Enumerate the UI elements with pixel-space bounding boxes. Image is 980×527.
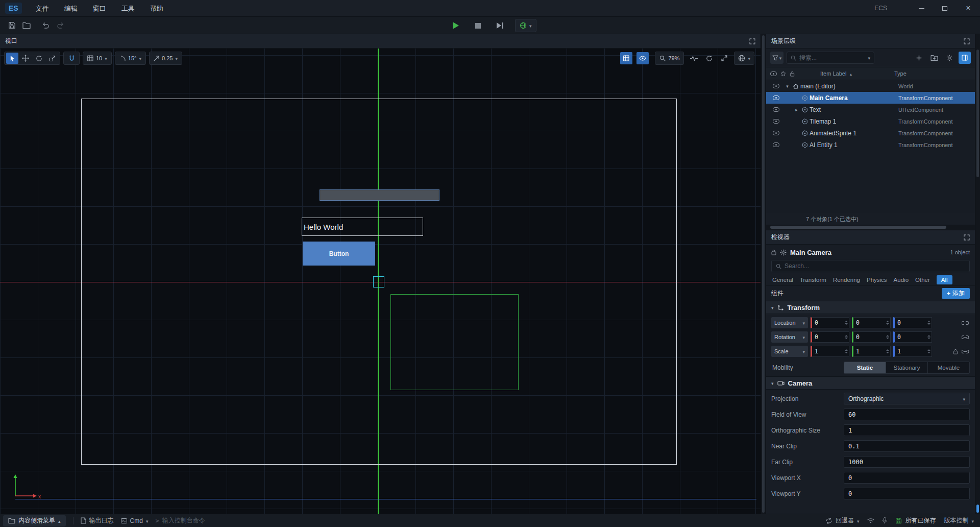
- spinner-icon[interactable]: [927, 346, 930, 356]
- column-item-label[interactable]: Item Label: [801, 70, 894, 77]
- hierarchy-search-input[interactable]: 搜索...: [787, 52, 874, 64]
- zoom-control[interactable]: 79%: [655, 52, 684, 65]
- add-folder-button[interactable]: [928, 52, 940, 64]
- spinner-icon[interactable]: [886, 332, 889, 342]
- viewport-world-dropdown[interactable]: [734, 52, 754, 65]
- inspector-tab-all[interactable]: All: [937, 275, 952, 284]
- spinner-icon[interactable]: [886, 346, 889, 356]
- world-select-dropdown[interactable]: [515, 19, 536, 32]
- menu-item-编辑[interactable]: 编辑: [57, 0, 85, 17]
- cmd-dropdown[interactable]: Cmd: [121, 517, 149, 524]
- grid-toggle-button[interactable]: [620, 52, 632, 64]
- visibility-toggle-button[interactable]: [636, 52, 649, 64]
- menu-item-帮助[interactable]: 帮助: [142, 0, 171, 17]
- hierarchy-hscrollbar[interactable]: [766, 225, 975, 230]
- field-input[interactable]: 0: [844, 488, 970, 499]
- vector-field-y[interactable]: 0: [852, 331, 891, 343]
- inspector-tab-physics[interactable]: Physics: [867, 277, 887, 283]
- visibility-eye-icon[interactable]: [766, 107, 783, 112]
- vector-field-x[interactable]: 0: [811, 317, 849, 328]
- output-log-button[interactable]: 输出日志: [81, 516, 114, 525]
- undo-button[interactable]: [39, 19, 52, 32]
- lock-icon[interactable]: [953, 349, 958, 354]
- add-entity-button[interactable]: [913, 52, 925, 64]
- vector-field-z[interactable]: 1: [893, 346, 932, 357]
- mobility-stationary[interactable]: Stationary: [886, 362, 928, 373]
- right-scrollbar[interactable]: [975, 34, 980, 514]
- content-drawer-button[interactable]: 内容侧滑菜单: [3, 515, 66, 526]
- redo-button[interactable]: [54, 19, 67, 32]
- field-select[interactable]: Orthographic: [844, 393, 970, 404]
- open-folder-button[interactable]: [20, 19, 33, 32]
- select-tool-button[interactable]: [6, 53, 18, 64]
- spinner-icon[interactable]: [927, 332, 930, 342]
- scale-snap-dropdown[interactable]: 0.25: [149, 52, 182, 65]
- inspector-tab-other[interactable]: Other: [915, 277, 930, 283]
- field-input[interactable]: 1: [844, 424, 970, 436]
- hierarchy-row[interactable]: ▸ Text UITextComponent: [766, 104, 975, 115]
- hierarchy-row[interactable]: AI Entity 1 TransformComponent: [766, 139, 975, 151]
- spinner-icon[interactable]: [845, 332, 848, 342]
- hierarchy-expand-button[interactable]: [964, 38, 970, 44]
- inspector-expand-button[interactable]: [964, 234, 970, 241]
- inspector-tab-general[interactable]: General: [772, 277, 793, 283]
- stop-button[interactable]: [471, 19, 484, 32]
- menu-item-文件[interactable]: 文件: [28, 0, 57, 17]
- field-input[interactable]: 60: [844, 409, 970, 420]
- scene-text-widget[interactable]: Hello World: [302, 218, 423, 236]
- mobility-movable[interactable]: Movable: [928, 362, 969, 373]
- snap-toggle-button[interactable]: [63, 52, 80, 65]
- save-button[interactable]: [5, 19, 18, 32]
- close-button[interactable]: [957, 0, 980, 17]
- expander-icon[interactable]: ▸: [793, 107, 800, 112]
- visibility-eye-icon[interactable]: [766, 131, 783, 135]
- step-button[interactable]: [493, 19, 506, 32]
- lock-icon[interactable]: [771, 249, 776, 255]
- scene-slider-widget[interactable]: [320, 189, 439, 201]
- hierarchy-row[interactable]: ▾ main (Editor) World: [766, 80, 975, 92]
- play-button[interactable]: [449, 19, 462, 32]
- spinner-icon[interactable]: [886, 318, 889, 328]
- rollback-dropdown[interactable]: 回退器: [825, 516, 860, 525]
- origin-marker[interactable]: [373, 276, 384, 288]
- link-icon[interactable]: [962, 335, 969, 340]
- column-type[interactable]: Type: [894, 70, 971, 77]
- minimize-button[interactable]: [910, 0, 933, 17]
- scale-tool-button[interactable]: [46, 53, 58, 64]
- spinner-icon[interactable]: [845, 346, 848, 356]
- vector-label-dropdown[interactable]: Scale: [771, 346, 808, 357]
- scene-canvas[interactable]: Hello World Button x: [0, 49, 761, 514]
- vector-field-x[interactable]: 0: [811, 331, 849, 343]
- field-input[interactable]: 1000: [844, 456, 970, 468]
- version-control-dropdown[interactable]: 版本控制: [944, 516, 974, 525]
- visibility-eye-icon[interactable]: [766, 119, 783, 124]
- mobility-static[interactable]: Static: [844, 362, 886, 373]
- inspector-tab-rendering[interactable]: Rendering: [833, 277, 860, 283]
- maximize-button[interactable]: [933, 0, 957, 17]
- vector-field-y[interactable]: 1: [852, 346, 891, 357]
- fullscreen-button[interactable]: [719, 53, 730, 64]
- angle-snap-dropdown[interactable]: 15°: [115, 52, 146, 65]
- viewport-expand-button[interactable]: [749, 38, 755, 44]
- vector-field-x[interactable]: 1: [811, 346, 849, 357]
- rotate-tool-button[interactable]: [33, 53, 45, 64]
- grid-snap-dropdown[interactable]: 10: [83, 52, 112, 65]
- visibility-eye-icon[interactable]: [766, 95, 783, 100]
- field-input[interactable]: 0: [844, 472, 970, 484]
- menu-item-工具[interactable]: 工具: [114, 0, 142, 17]
- spinner-icon[interactable]: [845, 318, 848, 328]
- vector-field-z[interactable]: 0: [893, 331, 932, 343]
- hierarchy-row[interactable]: Main Camera TransformComponent: [766, 92, 975, 104]
- transform-section-header[interactable]: Transform: [766, 301, 975, 314]
- menu-item-窗口[interactable]: 窗口: [85, 0, 114, 17]
- vector-label-dropdown[interactable]: Location: [771, 317, 808, 328]
- filter-dropdown[interactable]: [770, 52, 783, 64]
- console-input[interactable]: > 输入控制台命令: [155, 516, 205, 525]
- visibility-eye-icon[interactable]: [766, 142, 783, 147]
- stats-button[interactable]: [688, 53, 699, 64]
- link-icon[interactable]: [962, 321, 969, 325]
- hierarchy-row[interactable]: Tilemap 1 TransformComponent: [766, 115, 975, 127]
- hierarchy-settings-button[interactable]: [943, 52, 955, 64]
- link-icon[interactable]: [962, 349, 969, 354]
- inspector-search-input[interactable]: Search...: [771, 260, 970, 272]
